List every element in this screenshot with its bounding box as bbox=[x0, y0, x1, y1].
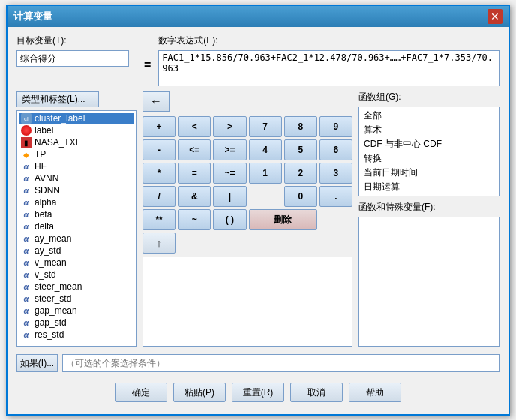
alpha-icon: α bbox=[21, 257, 32, 268]
func-group-item[interactable]: CDF 与非中心 CDF bbox=[361, 137, 497, 152]
list-item[interactable]: α steer_std bbox=[19, 292, 134, 304]
list-item[interactable]: α delta bbox=[19, 220, 134, 232]
alpha-icon: α bbox=[21, 329, 32, 340]
dot-button[interactable]: . bbox=[320, 186, 352, 207]
list-item[interactable]: cl cluster_label bbox=[19, 112, 134, 124]
list-item[interactable]: α SDNN bbox=[19, 184, 134, 196]
empty2-button bbox=[320, 209, 352, 230]
num8-button[interactable]: 8 bbox=[284, 116, 317, 137]
list-item[interactable]: label bbox=[19, 124, 134, 136]
empty-button bbox=[249, 186, 282, 207]
var-name: res_std bbox=[34, 329, 64, 340]
list-item[interactable]: α ay_mean bbox=[19, 232, 134, 244]
func-group-item[interactable]: 当前日期时间 bbox=[361, 166, 497, 180]
num5-button[interactable]: 5 bbox=[284, 140, 317, 160]
var-name: v_mean bbox=[34, 257, 67, 268]
eq-button[interactable]: = bbox=[178, 163, 211, 184]
or-button[interactable]: | bbox=[213, 186, 246, 207]
alpha-icon: α bbox=[21, 305, 32, 316]
gt-button[interactable]: > bbox=[213, 116, 246, 137]
func-special-list[interactable] bbox=[358, 217, 500, 346]
up-arrow-button[interactable]: ↑ bbox=[142, 232, 176, 254]
var-name: gap_mean bbox=[34, 305, 77, 316]
if-button[interactable]: 如果(I)... bbox=[16, 354, 58, 372]
paste-button[interactable]: 粘贴(P) bbox=[173, 382, 226, 402]
list-item[interactable]: ◆ TP bbox=[19, 148, 134, 160]
parens-button[interactable]: ( ) bbox=[213, 209, 246, 230]
lt-button[interactable]: < bbox=[178, 116, 211, 137]
list-item[interactable]: α gap_mean bbox=[19, 304, 134, 316]
func-group-label: 函数组(G): bbox=[358, 91, 500, 104]
target-var-input[interactable] bbox=[16, 50, 129, 67]
minus-button[interactable]: - bbox=[142, 140, 176, 160]
num1-button[interactable]: 1 bbox=[249, 163, 282, 184]
func-group-item[interactable]: 全部 bbox=[361, 109, 497, 123]
expr-label: 数字表达式(E): bbox=[158, 34, 500, 47]
num2-button[interactable]: 2 bbox=[284, 163, 317, 184]
ok-button[interactable]: 确定 bbox=[115, 382, 167, 402]
var-name: NASA_TXL bbox=[34, 137, 80, 148]
func-var-section: 函数和特殊变量(F): bbox=[358, 201, 500, 346]
list-item[interactable]: α ay_std bbox=[19, 244, 134, 256]
neq-button[interactable]: ~= bbox=[213, 163, 246, 184]
help-button[interactable]: 帮助 bbox=[349, 382, 401, 402]
var-name: steer_mean bbox=[34, 281, 82, 292]
list-item[interactable]: α v_std bbox=[19, 268, 134, 280]
condition-input[interactable] bbox=[62, 354, 500, 372]
list-item[interactable]: α gap_std bbox=[19, 316, 134, 328]
expr-input[interactable]: FAC1_1*15.856/70.963+FAC2_1*12.478/70.96… bbox=[158, 50, 500, 86]
reset-button[interactable]: 重置(R) bbox=[232, 382, 284, 402]
cluster-icon: cl bbox=[21, 113, 32, 124]
bar-icon: ▮ bbox=[21, 137, 32, 148]
back-arrow-button[interactable]: ← bbox=[142, 91, 170, 112]
delete-button[interactable]: 删除 bbox=[249, 209, 317, 230]
multiply-button[interactable]: * bbox=[142, 163, 176, 184]
num0-button[interactable]: 0 bbox=[284, 186, 317, 207]
list-item[interactable]: α AVNN bbox=[19, 172, 134, 184]
var-name: steer_std bbox=[34, 293, 71, 304]
plus-button[interactable]: + bbox=[142, 116, 176, 137]
func-group-item[interactable]: 日期创建 bbox=[361, 194, 497, 196]
list-item[interactable]: α HF bbox=[19, 160, 134, 172]
list-item[interactable]: ▮ NASA_TXL bbox=[19, 136, 134, 148]
type-label-button[interactable]: 类型和标签(L)... bbox=[16, 91, 99, 107]
var-list[interactable]: cl cluster_label label ▮ NASA_TXL ◆ TP bbox=[16, 110, 136, 346]
string-area[interactable] bbox=[142, 256, 352, 346]
num9-button[interactable]: 9 bbox=[320, 116, 352, 137]
bottom-section: 如果(I)... bbox=[16, 351, 500, 375]
alpha-icon: α bbox=[21, 245, 32, 256]
dialog-title: 计算变量 bbox=[14, 10, 52, 23]
list-item[interactable]: α steer_mean bbox=[19, 280, 134, 292]
alpha-icon: α bbox=[21, 281, 32, 292]
var-name: HF bbox=[34, 161, 46, 172]
var-name: SDNN bbox=[34, 185, 60, 196]
gte-button[interactable]: >= bbox=[213, 140, 246, 160]
func-group-list[interactable]: 全部 算术 CDF 与非中心 CDF 转换 当前日期时间 日期运算 日期创建 bbox=[358, 106, 500, 196]
num4-button[interactable]: 4 bbox=[249, 140, 282, 160]
alpha-icon: α bbox=[21, 173, 32, 184]
func-group-item[interactable]: 算术 bbox=[361, 123, 497, 137]
tilde-button[interactable]: ~ bbox=[178, 209, 211, 230]
alpha-icon: α bbox=[21, 197, 32, 208]
list-item[interactable]: α alpha bbox=[19, 196, 134, 208]
num3-button[interactable]: 3 bbox=[320, 163, 352, 184]
func-group-item[interactable]: 转换 bbox=[361, 152, 497, 166]
list-item[interactable]: α beta bbox=[19, 208, 134, 220]
list-item[interactable]: α v_mean bbox=[19, 256, 134, 268]
cancel-button[interactable]: 取消 bbox=[290, 382, 343, 402]
var-name: gap_std bbox=[34, 317, 67, 328]
power-button[interactable]: ** bbox=[142, 209, 176, 230]
var-name: delta bbox=[34, 221, 54, 232]
and-button[interactable]: & bbox=[178, 186, 211, 207]
close-button[interactable]: ✕ bbox=[488, 9, 502, 24]
dialog-body: 目标变量(T): = 数字表达式(E): FAC1_1*15.856/70.96… bbox=[8, 27, 508, 414]
num6-button[interactable]: 6 bbox=[320, 140, 352, 160]
center-panel: ← + < > 7 8 9 - <= >= 4 5 6 bbox=[142, 91, 352, 346]
lte-button[interactable]: <= bbox=[178, 140, 211, 160]
var-name: AVNN bbox=[34, 173, 58, 184]
divide-button[interactable]: / bbox=[142, 186, 176, 207]
num7-button[interactable]: 7 bbox=[249, 116, 282, 137]
list-item[interactable]: α res_std bbox=[19, 328, 134, 340]
func-group-item[interactable]: 日期运算 bbox=[361, 180, 497, 194]
target-var-section: 目标变量(T): bbox=[16, 34, 136, 67]
